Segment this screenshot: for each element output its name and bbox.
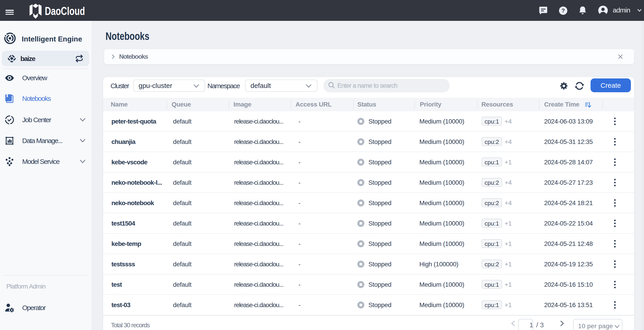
svg-text:?: ? — [562, 8, 565, 14]
